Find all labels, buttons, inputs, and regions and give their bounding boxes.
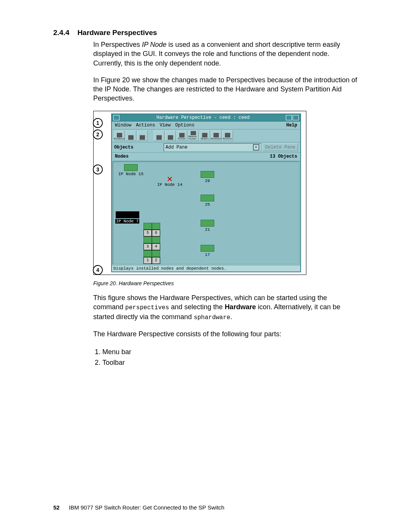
slot-icon bbox=[143, 250, 152, 257]
section-heading: 2.4.4 Hardware Perspectives bbox=[53, 29, 358, 37]
slot-icon bbox=[143, 236, 152, 243]
toolbar-notebook[interactable]: Notebook bbox=[114, 131, 125, 141]
command-sphardware: sphardware bbox=[194, 314, 230, 321]
paragraph-1: In Perspectives IP Node is used as a con… bbox=[93, 40, 358, 68]
toolbar-monitor[interactable]: Monitor bbox=[222, 131, 233, 141]
node-icon bbox=[116, 211, 139, 218]
paragraph-4: The Hardware Perspective consists of the… bbox=[93, 329, 358, 339]
pane-header: Nodes 13 Objects bbox=[112, 153, 300, 161]
node-21[interactable]: 21 bbox=[201, 220, 214, 232]
list-item: Toolbar bbox=[102, 357, 358, 368]
add-pane-label: Add Pane bbox=[166, 145, 188, 150]
section-number: 2.4.4 bbox=[53, 29, 69, 37]
objects-label: Objects bbox=[114, 145, 164, 150]
menu-bar: Window Actions View Options Help bbox=[112, 121, 300, 129]
parts-list: Menu bar Toolbar bbox=[93, 347, 358, 369]
slot-icon bbox=[152, 236, 160, 243]
error-icon bbox=[167, 176, 172, 182]
toolbar-deselect[interactable]: Deselect bbox=[211, 131, 221, 141]
page-footer: 52 IBM 9077 SP Switch Router: Get Connec… bbox=[53, 504, 225, 511]
toolbar-btn-5[interactable] bbox=[165, 131, 176, 141]
paragraph-3: This figure shows the Hardware Perspecti… bbox=[93, 293, 358, 322]
node-icon bbox=[201, 220, 214, 227]
window-titlebar[interactable]: Hardware Perspective - ceed : ceed bbox=[112, 114, 300, 121]
toolbar-icon bbox=[128, 135, 134, 140]
pane-title: Nodes bbox=[115, 154, 129, 159]
node-icon bbox=[201, 171, 214, 178]
node-ip-15[interactable]: IP Node 15 bbox=[118, 164, 143, 176]
maximize-icon[interactable] bbox=[293, 115, 299, 120]
slot-icon bbox=[152, 250, 160, 257]
toolbar-select[interactable]: Select bbox=[199, 131, 210, 141]
figure-caption: Figure 20. Hardware Perspectives bbox=[93, 280, 358, 286]
chevron-down-icon[interactable]: ▾ bbox=[253, 144, 259, 150]
page-number: 52 bbox=[53, 504, 60, 511]
slot-icon bbox=[152, 223, 160, 230]
toolbar-icon bbox=[168, 135, 173, 140]
object-count: 13 Objects bbox=[270, 154, 297, 159]
toolbar-btn-3[interactable] bbox=[137, 131, 148, 141]
node-ip-7[interactable]: IP Node 7 bbox=[115, 211, 139, 224]
slot-4[interactable]: 4 bbox=[152, 243, 160, 250]
callout-2: 2 bbox=[93, 129, 103, 139]
menu-help[interactable]: Help bbox=[286, 123, 297, 128]
nodes-canvas[interactable]: IP Node 15 IP Node 14 IP Node 7 29 25 bbox=[113, 161, 299, 264]
filter-icon bbox=[179, 133, 185, 137]
toolbar-btn-4[interactable] bbox=[154, 131, 164, 141]
node-icon bbox=[201, 245, 214, 252]
callout-4: 4 bbox=[93, 265, 103, 275]
footer-text: IBM 9077 SP Switch Router: Get Connected… bbox=[69, 504, 225, 511]
figure-20: 1 2 3 4 Hardware Perspective - ceed : ce… bbox=[93, 111, 306, 275]
section-title-text: Hardware Perspectives bbox=[77, 29, 157, 37]
window-title: Hardware Perspective - ceed : ceed bbox=[121, 115, 285, 120]
deselect-icon bbox=[213, 133, 219, 137]
slot-grid[interactable]: 56 34 12 bbox=[143, 223, 160, 264]
select-icon bbox=[202, 133, 207, 137]
menu-options[interactable]: Options bbox=[175, 123, 194, 128]
menu-window[interactable]: Window bbox=[115, 123, 131, 128]
node-icon bbox=[124, 164, 138, 171]
slot-icon bbox=[143, 223, 152, 230]
slot-2[interactable]: 2 bbox=[152, 257, 160, 264]
toolbar-icon bbox=[156, 135, 162, 140]
node-17[interactable]: 17 bbox=[201, 245, 214, 257]
toolbar-icon bbox=[140, 135, 145, 140]
delete-pane-button[interactable]: Delete Pane bbox=[263, 144, 298, 151]
status-bar: Displays installed nodes and dependent n… bbox=[112, 265, 300, 272]
command-perspectives: perspectives bbox=[125, 304, 169, 311]
pane-bar: Objects Add Pane ▾ Delete Pane bbox=[112, 142, 300, 153]
window-menu-icon[interactable] bbox=[113, 115, 119, 120]
add-pane-dropdown[interactable]: Add Pane ▾ bbox=[164, 143, 261, 152]
node-ip-14[interactable]: IP Node 14 bbox=[157, 176, 182, 187]
callout-1: 1 bbox=[93, 118, 103, 128]
hardware-icon-ref: Hardware bbox=[225, 303, 256, 311]
toolbar-remove-filter[interactable]: Remove Filter bbox=[188, 131, 199, 141]
slot-3[interactable]: 3 bbox=[143, 243, 152, 250]
node-25[interactable]: 25 bbox=[201, 195, 214, 207]
minimize-icon[interactable] bbox=[286, 115, 292, 120]
node-29[interactable]: 29 bbox=[201, 171, 214, 183]
callout-3: 3 bbox=[93, 165, 103, 174]
notebook-icon bbox=[117, 133, 122, 137]
slot-1[interactable]: 1 bbox=[143, 257, 152, 264]
menu-actions[interactable]: Actions bbox=[136, 123, 155, 128]
list-item: Menu bar bbox=[102, 347, 358, 358]
toolbar-btn-2[interactable] bbox=[126, 131, 136, 141]
menu-view[interactable]: View bbox=[160, 123, 171, 128]
slot-6[interactable]: 6 bbox=[152, 230, 160, 236]
term-ip-node: IP Node bbox=[142, 41, 166, 48]
toolbar: Notebook Filter Remove Filter Select Des… bbox=[112, 129, 300, 142]
slot-5[interactable]: 5 bbox=[143, 230, 152, 236]
node-icon bbox=[201, 195, 214, 201]
toolbar-filter[interactable]: Filter bbox=[177, 131, 187, 141]
paragraph-2: In Figure 20 we show the changes made to… bbox=[93, 75, 358, 103]
remove-filter-icon bbox=[191, 131, 196, 135]
monitor-icon bbox=[225, 133, 230, 137]
hardware-perspective-window: Hardware Perspective - ceed : ceed Windo… bbox=[111, 113, 301, 272]
